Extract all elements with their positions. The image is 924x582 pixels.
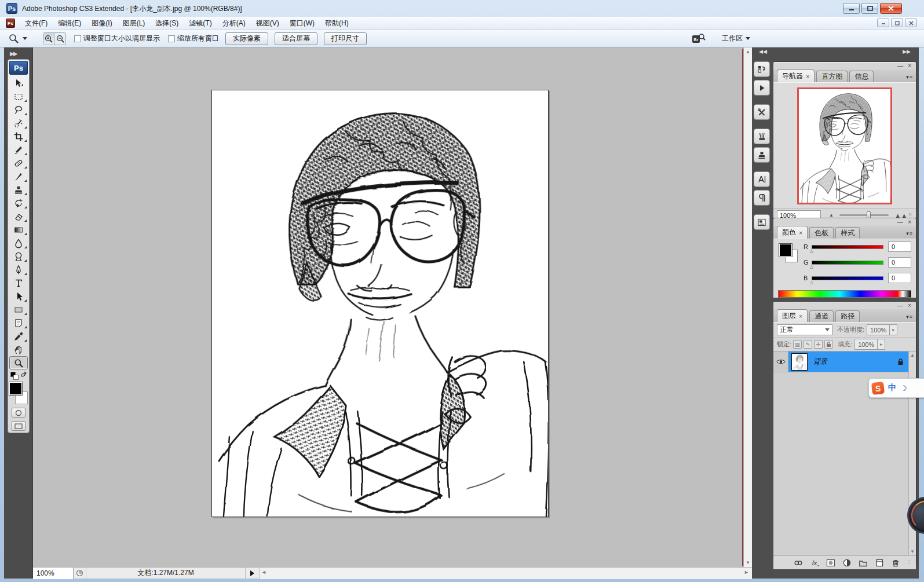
lock-pixels-icon[interactable]: ✎ xyxy=(804,340,812,349)
fill-spinner-arrow[interactable]: ▸ xyxy=(877,339,885,349)
new-layer-icon[interactable] xyxy=(874,558,885,568)
foreground-color-swatch[interactable] xyxy=(9,382,22,395)
expand-dock-chevrons[interactable]: ▶▶ xyxy=(903,49,911,54)
lasso-tool[interactable] xyxy=(9,103,28,116)
new-group-icon[interactable] xyxy=(857,558,869,568)
slice-tool[interactable] xyxy=(9,143,28,156)
hand-tool[interactable] xyxy=(9,343,28,356)
foreground-color-well[interactable] xyxy=(779,244,792,257)
default-swap-colors[interactable] xyxy=(9,371,28,381)
menu-select[interactable]: 选择(S) xyxy=(150,17,184,30)
tab-close-icon[interactable]: × xyxy=(799,229,802,236)
panel-resize-grip[interactable]: ⠿ xyxy=(908,213,912,218)
actions-panel-icon[interactable] xyxy=(754,80,770,96)
lock-position-icon[interactable]: ✛ xyxy=(814,340,823,349)
navigator-view-box[interactable] xyxy=(797,87,892,204)
blue-slider-marker[interactable]: △ xyxy=(810,280,813,285)
tab-layers[interactable]: 图层× xyxy=(777,309,808,322)
quick-mask-button[interactable] xyxy=(12,408,25,418)
zoom-in-button[interactable] xyxy=(43,33,54,45)
tab-paths[interactable]: 路径 xyxy=(835,310,860,322)
menu-window[interactable]: 窗口(W) xyxy=(284,17,320,30)
gradient-tool[interactable] xyxy=(9,223,28,236)
panel-menu-icon[interactable]: ▾≡ xyxy=(906,314,913,320)
brush-tool[interactable] xyxy=(9,170,28,183)
scroll-right-arrow[interactable]: ► xyxy=(744,569,749,575)
scroll-left-arrow[interactable]: ◄ xyxy=(261,569,266,575)
move-tool[interactable] xyxy=(9,76,28,90)
panel-close-icon[interactable]: × xyxy=(908,303,911,308)
fill-field[interactable]: 100% ▸ xyxy=(854,339,885,350)
panel-menu-icon[interactable]: ▾≡ xyxy=(906,74,913,80)
zoom-out-mountain-icon[interactable]: ▲ xyxy=(829,213,834,218)
workspace-button[interactable]: 工作区 xyxy=(722,34,750,43)
red-slider-marker[interactable]: △ xyxy=(810,248,813,254)
tool-presets-panel-icon[interactable] xyxy=(754,104,770,120)
tab-swatches[interactable]: 色板 xyxy=(809,227,834,239)
zoom-tool-option-icon[interactable] xyxy=(8,33,27,45)
history-panel-icon[interactable] xyxy=(754,61,770,77)
document-canvas[interactable] xyxy=(211,90,549,517)
navigator-preview[interactable] xyxy=(797,87,892,204)
zoom-tool[interactable] xyxy=(9,356,28,369)
color-spectrum-ramp[interactable] xyxy=(778,290,911,298)
go-to-bridge-button[interactable]: Br xyxy=(691,33,706,45)
blend-mode-dropdown[interactable]: 正常 xyxy=(777,324,832,335)
crop-tool[interactable] xyxy=(9,130,28,143)
close-button[interactable] xyxy=(880,3,902,14)
toolbox-collapse-chevrons[interactable]: ▶▶ xyxy=(10,50,16,57)
collapse-to-icons-chevrons[interactable]: ◀◀ xyxy=(759,49,767,54)
ime-chinese-mode[interactable]: 中 xyxy=(888,383,896,393)
menu-view[interactable]: 视图(V) xyxy=(251,17,284,30)
tab-close-icon[interactable]: × xyxy=(799,313,802,320)
checkbox-box[interactable] xyxy=(168,35,175,42)
doc-close-button[interactable] xyxy=(905,19,917,27)
panel-minimize-icon[interactable]: — xyxy=(897,219,903,225)
checkbox-box[interactable] xyxy=(74,35,81,42)
tab-color[interactable]: 颜色× xyxy=(777,226,808,239)
tab-channels[interactable]: 通道 xyxy=(809,310,834,322)
history-brush-tool[interactable] xyxy=(9,196,28,210)
status-flyout-arrow[interactable] xyxy=(250,570,254,576)
menu-help[interactable]: 帮助(H) xyxy=(320,17,354,30)
layer-thumbnail[interactable] xyxy=(791,353,808,371)
pen-tool[interactable] xyxy=(9,263,28,276)
opacity-field[interactable]: 100% ▸ xyxy=(867,324,897,335)
blue-slider[interactable]: △ xyxy=(812,276,883,280)
panel-minimize-icon[interactable]: — xyxy=(897,63,903,68)
tab-histogram[interactable]: 直方图 xyxy=(816,71,848,82)
minimize-button[interactable] xyxy=(843,3,860,14)
eyedropper-tool[interactable] xyxy=(9,330,28,343)
lock-all-icon[interactable] xyxy=(824,340,833,349)
layer-name[interactable]: 背景 xyxy=(813,357,897,367)
quick-selection-tool[interactable] xyxy=(9,116,28,130)
layer-style-icon[interactable]: fx xyxy=(809,558,820,568)
panel-close-icon[interactable]: × xyxy=(908,63,911,68)
type-tool[interactable] xyxy=(9,276,28,290)
ime-fullhalf-moon-icon[interactable]: ☽ xyxy=(900,384,907,393)
adjustment-layer-icon[interactable] xyxy=(841,558,853,568)
layer-mask-icon[interactable] xyxy=(825,558,837,568)
panel-minimize-icon[interactable]: — xyxy=(897,303,903,308)
tab-navigator[interactable]: 导航器× xyxy=(777,69,815,82)
doc-restore-button[interactable] xyxy=(891,19,903,27)
swap-colors-icon[interactable] xyxy=(20,371,27,378)
panel-menu-icon[interactable]: ▾≡ xyxy=(906,230,913,236)
panel-resize-grip[interactable]: ⠿ xyxy=(907,560,911,565)
blue-value-field[interactable]: 0 xyxy=(888,273,911,283)
menu-edit[interactable]: 编辑(E) xyxy=(53,17,86,30)
navigator-zoom-slider[interactable] xyxy=(839,214,889,216)
path-selection-tool[interactable] xyxy=(9,290,28,303)
green-slider[interactable]: △ xyxy=(812,261,883,265)
dodge-tool[interactable] xyxy=(9,250,28,263)
paragraph-panel-icon[interactable] xyxy=(754,190,770,206)
menu-filter[interactable]: 滤镜(T) xyxy=(184,17,217,30)
sogou-ime-logo[interactable]: S xyxy=(871,381,885,394)
maximize-button[interactable] xyxy=(861,3,878,14)
red-value-field[interactable]: 0 xyxy=(888,241,911,252)
notes-tool[interactable] xyxy=(9,316,28,330)
layer-comps-panel-icon[interactable] xyxy=(754,214,770,230)
lock-transparency-icon[interactable]: ▨ xyxy=(793,340,802,349)
menu-file[interactable]: 文件(F) xyxy=(20,17,53,30)
doc-minimize-button[interactable] xyxy=(877,19,889,27)
